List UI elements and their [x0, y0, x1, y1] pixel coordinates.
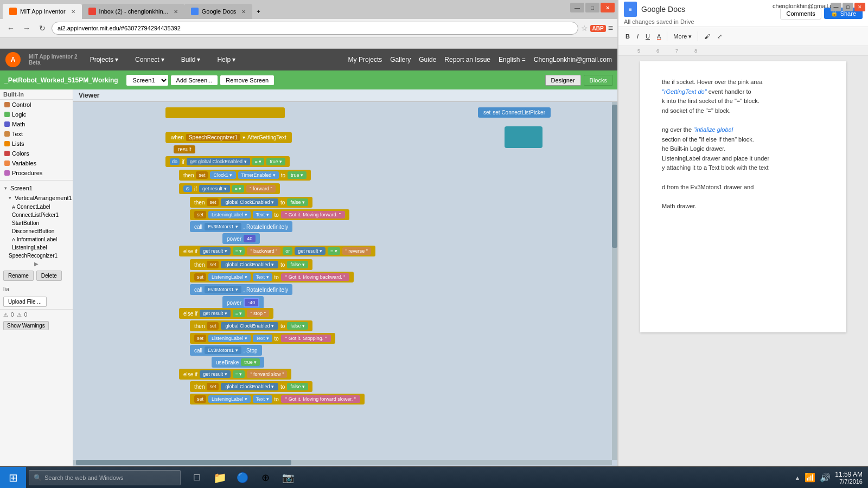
bookmark-icon[interactable]: ☆: [581, 24, 588, 33]
show-warnings-btn[interactable]: Show Warnings: [3, 321, 49, 330]
sidebar-infolabel[interactable]: A InformationLabel: [0, 235, 73, 243]
connect-list-picker-block[interactable]: set set ConnectListPicker: [478, 107, 551, 118]
designer-btn[interactable]: Designer: [545, 75, 581, 86]
nav-connect[interactable]: Connect ▾: [131, 54, 169, 66]
taskbar-icon-cmd[interactable]: ⊕: [254, 467, 276, 489]
upload-file-btn[interactable]: Upload File ...: [3, 297, 47, 307]
italic-btn[interactable]: I: [634, 32, 641, 41]
address-bar[interactable]: [52, 22, 578, 35]
tab-new[interactable]: +: [252, 4, 264, 19]
set-listeninglabel-slower[interactable]: set ListeningLabel ▾ Text ▾ to " Got it.…: [190, 394, 365, 404]
reload-button[interactable]: ↻: [36, 22, 49, 35]
more-btn[interactable]: More ▾: [671, 32, 694, 41]
rename-btn[interactable]: Rename: [3, 271, 34, 281]
docs-content[interactable]: the if socket. Hover over the pink area …: [618, 56, 868, 466]
remove-screen-btn[interactable]: Remove Screen: [220, 75, 274, 85]
set-clockenabled-false-1[interactable]: then set global ClockEnabled ▾ to false …: [190, 197, 312, 208]
taskbar-icon-chrome[interactable]: 🔵: [232, 467, 253, 489]
add-screen-btn[interactable]: Add Screen...: [171, 75, 218, 85]
screen-select[interactable]: Screen1: [126, 75, 168, 86]
back-button[interactable]: ←: [4, 22, 17, 35]
call-rotateindef-2[interactable]: call Ev3Motors1 ▾ . RotateIndefinitely: [190, 284, 292, 295]
sidebar-listeninglabel[interactable]: ListeningLabel: [0, 243, 73, 252]
sidebar-item-text[interactable]: Text: [0, 129, 73, 139]
tray-volume[interactable]: 🔊: [820, 472, 831, 483]
event-when-block[interactable]: when SpeechRecognizer1 ▾ AfterGettingTex…: [165, 132, 292, 143]
clock-display[interactable]: 11:59 AM 7/7/2016: [835, 471, 863, 485]
window-maximize[interactable]: □: [585, 3, 599, 12]
color-btn[interactable]: A: [654, 32, 663, 41]
sidebar-startbutton[interactable]: StartButton: [0, 219, 73, 227]
nav-report[interactable]: Report an Issue: [444, 56, 490, 63]
menu-icon[interactable]: ≡: [608, 23, 613, 33]
sidebar-item-variables[interactable]: Variables: [0, 158, 73, 168]
set-listeninglabel-stopping[interactable]: set ListeningLabel ▾ Text ▾ to " Got it.…: [190, 333, 335, 344]
blocks-btn[interactable]: Blocks: [584, 75, 613, 86]
tab-gdocs[interactable]: Google Docs ✕: [184, 4, 253, 19]
nested-if-forward[interactable]: ⊙ if get result ▾ = ▾ " forward ": [179, 183, 280, 194]
tab-close-1[interactable]: ✕: [71, 9, 75, 15]
docs-maximize[interactable]: □: [843, 3, 853, 11]
set-clockenabled-false-3[interactable]: then set global ClockEnabled ▾ to false …: [190, 320, 312, 331]
start-button[interactable]: ⊞: [0, 467, 26, 489]
set-clockenabled-false-2[interactable]: then set global ClockEnabled ▾ to false …: [190, 259, 312, 270]
sidebar-connectlistpicker[interactable]: ConnectListPicker1: [0, 211, 73, 219]
docs-minimize[interactable]: —: [831, 3, 841, 11]
bold-btn[interactable]: B: [623, 32, 633, 41]
taskbar-icon-camera[interactable]: 📷: [277, 467, 299, 489]
sidebar-scroll[interactable]: ▶: [0, 260, 73, 268]
nav-help[interactable]: Help ▾: [213, 54, 240, 66]
sidebar-item-lists[interactable]: Lists: [0, 139, 73, 149]
sidebar-connectlabel[interactable]: A ConnectLabel: [0, 203, 73, 211]
nav-gallery[interactable]: Gallery: [390, 56, 411, 63]
set-clockenabled-false-4[interactable]: then set global ClockEnabled ▾ to false …: [190, 381, 312, 392]
do-if-block[interactable]: do if get global ClockEnabled ▾ = ▾ true…: [165, 156, 290, 167]
horizontal-scrollbar[interactable]: [73, 460, 612, 465]
taskbar-icon-explorer[interactable]: 📁: [209, 467, 231, 489]
tab-close-3[interactable]: ✕: [241, 9, 246, 15]
window-minimize[interactable]: —: [570, 3, 584, 12]
adblock-badge[interactable]: ABP: [590, 25, 606, 32]
nav-english[interactable]: English =: [499, 56, 526, 63]
elseif-backward-block[interactable]: else if get result ▾ = ▾ " backward " or…: [179, 246, 375, 256]
sidebar-item-control[interactable]: Control: [0, 100, 73, 110]
expand-btn[interactable]: ⤢: [714, 32, 725, 41]
sidebar-speechrecognizer[interactable]: SpeechRecognizer1: [0, 252, 73, 260]
nav-projects[interactable]: Projects ▾: [86, 54, 123, 66]
elseif-stop-block[interactable]: else if get result ▾ = ▾ " stop ": [179, 308, 273, 319]
elseif-forwardslow-block[interactable]: else if get result ▾ = ▾ " forward slow …: [179, 369, 291, 380]
sidebar-disconnectbutton[interactable]: DisconnectButton: [0, 227, 73, 235]
tab-appinventor[interactable]: MIT App Inventor ✕: [3, 4, 82, 19]
nav-build[interactable]: Build ▾: [177, 54, 205, 66]
tab-inbox[interactable]: Inbox (2) - chenglonkhin... ✕: [82, 4, 184, 19]
usebrake-block[interactable]: useBrake true ▾: [212, 357, 264, 368]
sidebar-item-screen1[interactable]: ▾ Screen1: [0, 183, 73, 193]
set-listeninglabel-forward[interactable]: set ListeningLabel ▾ Text ▾ to " Got it.…: [190, 209, 349, 220]
vertical-scrollbar[interactable]: [612, 102, 617, 460]
tray-network[interactable]: 📶: [805, 472, 815, 483]
nav-myprojects[interactable]: My Projects: [348, 56, 382, 63]
call-rotateindef-1[interactable]: call Ev3Motors1 ▾ . RotateIndefinitely: [190, 221, 292, 232]
underline-btn[interactable]: U: [643, 32, 653, 41]
set-listeninglabel-backward[interactable]: set ListeningLabel ▾ Text ▾ to " Got it.…: [190, 272, 354, 282]
forward-button[interactable]: →: [20, 22, 33, 35]
docs-filename[interactable]: Google Docs: [641, 5, 685, 14]
blocks-canvas[interactable]: set set ConnectListPicker when SpeechRec…: [73, 102, 617, 465]
power-minus40-block[interactable]: power -40: [222, 296, 264, 309]
sidebar-item-procedures[interactable]: Procedures: [0, 168, 73, 178]
nav-guide[interactable]: Guide: [419, 56, 436, 63]
sidebar-item-math[interactable]: Math: [0, 119, 73, 129]
delete-btn[interactable]: Delete: [36, 271, 62, 281]
sidebar-item-vertical[interactable]: ▾ VerticalArrangement1: [0, 193, 73, 203]
power-40-block[interactable]: power 40: [222, 233, 260, 244]
sidebar-item-colors[interactable]: Colors: [0, 149, 73, 158]
taskbar-search[interactable]: 🔍 Search the web and Windows: [29, 470, 181, 485]
paint-btn[interactable]: 🖌: [701, 32, 713, 41]
nav-account[interactable]: ChengLonkhin@gmail.com: [534, 56, 612, 63]
docs-close[interactable]: ✕: [854, 3, 865, 11]
taskbar-icon-taskview[interactable]: □: [186, 467, 208, 489]
tab-close-2[interactable]: ✕: [174, 9, 178, 15]
call-stop-block[interactable]: call Ev3Motors1 ▾ . Stop: [190, 345, 262, 356]
sidebar-item-logic[interactable]: Logic: [0, 110, 73, 119]
window-close[interactable]: ✕: [601, 3, 615, 12]
